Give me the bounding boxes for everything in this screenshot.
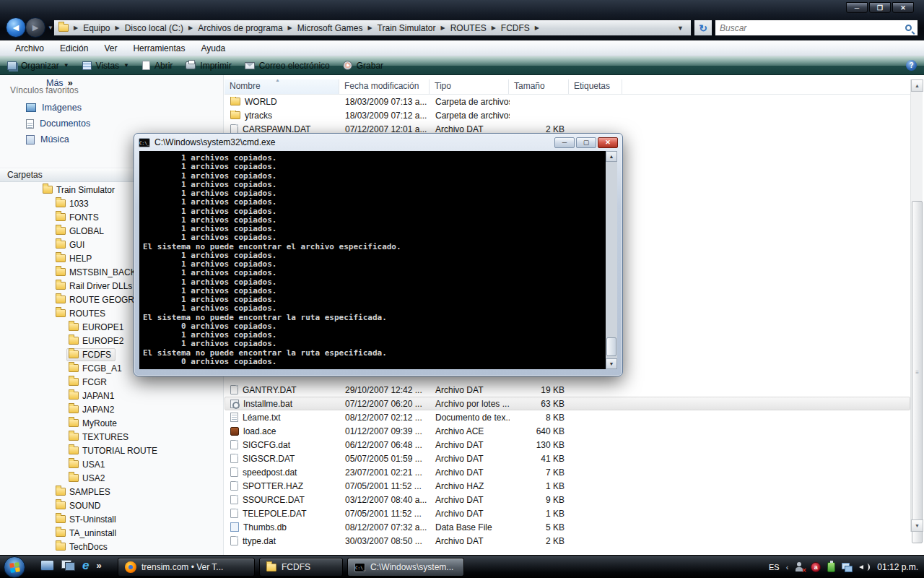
tree-item[interactable]: ST-Uninstall — [0, 512, 223, 526]
toolbar-button-page[interactable]: Abrir — [142, 61, 173, 71]
forward-button[interactable]: ► — [25, 17, 45, 38]
restore-button[interactable]: ❐ — [869, 2, 891, 13]
tree-item[interactable]: SOUND — [0, 499, 223, 512]
file-row[interactable]: SSOURCE.DAT03/12/2007 08:40 a...Archivo … — [225, 493, 910, 506]
file-row[interactable]: Thumbs.db08/12/2007 07:32 a...Data Base … — [225, 520, 910, 534]
favorite-link-doc[interactable]: Documentos — [0, 116, 223, 131]
back-button[interactable]: ◄ — [6, 17, 26, 38]
toolbar-button-label: Organizar — [21, 61, 59, 71]
search-box[interactable] — [715, 20, 918, 36]
close-button[interactable]: ✕ — [892, 2, 914, 13]
tree-item[interactable]: TA_uninstall — [0, 526, 223, 540]
column-header-date[interactable]: Fecha modificación — [339, 79, 430, 94]
windows-logo-icon — [9, 562, 20, 573]
tree-item[interactable]: SAMPLES — [0, 485, 223, 499]
show-desktop-icon[interactable] — [40, 560, 54, 571]
file-row[interactable]: WORLD18/03/2009 07:13 a...Carpeta de arc… — [225, 95, 910, 108]
tree-item[interactable]: FCGR — [0, 375, 223, 389]
file-row[interactable]: GANTRY.DAT29/10/2007 12:42 ...Archivo DA… — [225, 383, 910, 397]
breadcrumb-item[interactable]: Archivos de programa — [198, 23, 282, 33]
file-list-scrollbar[interactable]: ▲ ≡ ▼ — [910, 79, 923, 532]
breadcrumb-item[interactable]: Train Simulator — [378, 23, 436, 33]
start-button[interactable] — [4, 556, 25, 578]
cmd-titlebar[interactable]: C:\_ C:\Windows\system32\cmd.exe ─ ▢ ✕ — [134, 134, 622, 151]
menu-item-ver[interactable]: Ver — [96, 42, 125, 55]
scroll-up-icon[interactable]: ▲ — [911, 79, 923, 92]
address-bar[interactable]: ▶Equipo▶Disco local (C:)▶Archivos de pro… — [53, 20, 692, 36]
recent-pages-dropdown-icon[interactable]: ▼ — [48, 25, 53, 31]
tree-item[interactable]: JAPAN2 — [0, 402, 223, 416]
breadcrumb-item[interactable]: Microsoft Games — [297, 23, 363, 33]
cmd-close-button[interactable]: ✕ — [598, 137, 618, 148]
file-row[interactable]: Installme.bat07/12/2007 06:20 ...Archivo… — [225, 397, 910, 410]
breadcrumb-item[interactable]: Disco local (C:) — [125, 23, 183, 33]
internet-explorer-icon[interactable]: e — [82, 560, 89, 571]
tree-item-inner: USA2 — [66, 472, 109, 485]
column-header-name[interactable]: Nombre ▲ — [225, 79, 339, 94]
network-icon[interactable] — [842, 563, 853, 572]
file-row[interactable]: SIGCFG.dat06/12/2007 06:48 ...Archivo DA… — [225, 438, 910, 452]
search-input[interactable] — [720, 23, 905, 33]
console-output: 1 archivos copiados. 1 archivos copiados… — [143, 154, 603, 369]
tree-item[interactable]: TechDocs — [0, 540, 223, 553]
console-scrollbar[interactable]: ▲ ▼ — [606, 151, 617, 369]
toolbar-button-print[interactable]: Imprimir — [186, 61, 231, 71]
breadcrumb-item[interactable]: ROUTES — [450, 23, 487, 33]
file-row[interactable]: SPOTTER.HAZ07/05/2001 11:52 ...Archivo H… — [225, 479, 910, 493]
menu-item-herramientas[interactable]: Herramientas — [125, 42, 193, 55]
switch-windows-icon[interactable] — [61, 560, 75, 571]
taskbar-button[interactable]: C:\_C:\Windows\system... — [347, 558, 464, 577]
toolbar-button-mail[interactable]: Correo electrónico — [245, 61, 330, 71]
file-row[interactable]: TELEPOLE.DAT07/05/2001 11:52 ...Archivo … — [225, 506, 910, 520]
tree-item[interactable]: TUTORIAL ROUTE — [0, 444, 223, 457]
taskbar-button[interactable]: trensim.com • Ver T... — [118, 558, 255, 577]
cmd-minimize-button[interactable]: ─ — [554, 137, 575, 148]
breadcrumb-item[interactable]: Equipo — [83, 23, 110, 33]
breadcrumb-item[interactable]: FCDFS — [501, 23, 530, 33]
toolbar-button-organize[interactable]: Organizar▼ — [7, 61, 69, 71]
file-row[interactable]: speedpost.dat23/07/2001 02:21 ...Archivo… — [225, 465, 910, 479]
console-scroll-down-icon[interactable]: ▼ — [606, 358, 617, 369]
search-icon[interactable] — [905, 25, 912, 31]
tray-collapse-icon[interactable]: ‹ — [786, 563, 789, 571]
help-icon[interactable]: ? — [906, 60, 917, 71]
address-dropdown-icon[interactable]: ▼ — [674, 25, 687, 32]
refresh-button[interactable]: ↻ — [694, 20, 712, 36]
language-indicator[interactable]: ES — [769, 563, 780, 571]
folder-icon — [69, 378, 79, 386]
messenger-offline-icon[interactable]: ✕ — [795, 562, 804, 572]
favorite-link-pic[interactable]: Imágenes — [0, 100, 223, 116]
scrollbar-thumb[interactable]: ≡ — [912, 201, 923, 543]
file-row[interactable]: ttype.dat30/03/2007 08:50 ...Archivo DAT… — [225, 534, 910, 548]
tree-item[interactable]: MyRoute — [0, 416, 223, 430]
console-scroll-up-icon[interactable]: ▲ — [606, 151, 617, 162]
quick-launch-overflow-icon[interactable]: » — [96, 560, 101, 571]
clock[interactable]: 01:12 p.m. — [877, 562, 918, 572]
file-row[interactable]: ytracks18/03/2009 07:12 a...Carpeta de a… — [225, 108, 910, 122]
volume-icon[interactable] — [859, 563, 870, 571]
toolbar-button-views[interactable]: Vistas▼ — [82, 61, 129, 71]
file-row[interactable]: load.ace01/12/2007 09:39 ...Archivo ACE6… — [225, 424, 910, 438]
column-header-size[interactable]: Tamaño — [509, 79, 569, 94]
console-area[interactable]: 1 archivos copiados. 1 archivos copiados… — [139, 151, 617, 369]
taskbar-button[interactable]: FCDFS — [259, 558, 343, 577]
column-header-type[interactable]: Tipo — [430, 79, 509, 94]
tree-item[interactable]: TEXTURES — [0, 430, 223, 444]
menu-item-edición[interactable]: Edición — [52, 42, 96, 55]
console-scrollbar-thumb[interactable] — [606, 337, 616, 356]
scroll-down-icon[interactable]: ▼ — [911, 519, 923, 532]
toolbar-button-disc[interactable]: Grabar — [343, 61, 383, 71]
file-name-cell: SPOTTER.HAZ — [225, 481, 340, 491]
tree-item[interactable]: JAPAN1 — [0, 389, 223, 402]
file-row[interactable]: SIGSCR.DAT05/07/2005 01:59 ...Archivo DA… — [225, 452, 910, 465]
tree-item[interactable]: USA2 — [0, 471, 223, 485]
menu-item-archivo[interactable]: Archivo — [7, 42, 52, 55]
minimize-button[interactable]: ─ — [846, 2, 868, 13]
column-header-tags[interactable]: Etiquetas — [569, 79, 622, 94]
file-row[interactable]: Léame.txt08/12/2007 02:12 ...Documento d… — [225, 410, 910, 424]
menu-item-ayuda[interactable]: Ayuda — [193, 42, 233, 55]
cmd-maximize-button[interactable]: ▢ — [576, 137, 596, 148]
safely-remove-hardware-icon[interactable] — [827, 562, 835, 572]
tree-item[interactable]: USA1 — [0, 457, 223, 471]
antivirus-icon[interactable]: a — [811, 562, 821, 572]
